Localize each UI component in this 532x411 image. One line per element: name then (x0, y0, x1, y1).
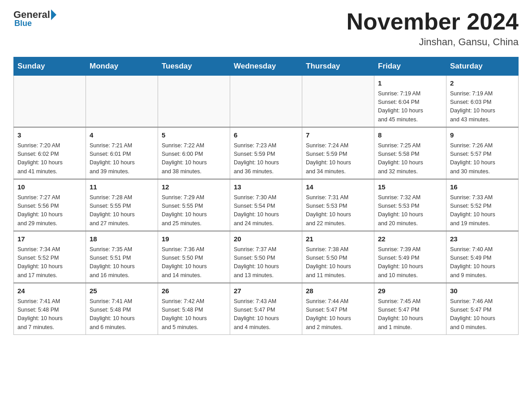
day-cell: 29Sunrise: 7:45 AM Sunset: 5:47 PM Dayli… (374, 283, 446, 335)
day-number: 29 (378, 286, 442, 296)
day-cell: 4Sunrise: 7:21 AM Sunset: 6:01 PM Daylig… (86, 127, 158, 179)
day-number: 16 (450, 182, 515, 193)
day-info: Sunrise: 7:29 AM Sunset: 5:55 PM Dayligh… (162, 193, 226, 228)
day-cell: 9Sunrise: 7:26 AM Sunset: 5:57 PM Daylig… (446, 127, 519, 179)
day-number: 28 (306, 286, 370, 296)
day-cell: 1Sunrise: 7:19 AM Sunset: 6:04 PM Daylig… (374, 76, 446, 128)
week-row-1: 1Sunrise: 7:19 AM Sunset: 6:04 PM Daylig… (14, 76, 519, 128)
day-info: Sunrise: 7:20 AM Sunset: 6:02 PM Dayligh… (17, 141, 82, 176)
day-info: Sunrise: 7:34 AM Sunset: 5:52 PM Dayligh… (17, 245, 82, 280)
day-info: Sunrise: 7:23 AM Sunset: 5:59 PM Dayligh… (234, 141, 298, 176)
day-number: 14 (306, 182, 370, 193)
logo-arrow-icon (51, 9, 56, 20)
day-cell (86, 76, 158, 128)
title-area: November 2024 Jinshan, Gansu, China (347, 9, 519, 48)
day-cell: 3Sunrise: 7:20 AM Sunset: 6:02 PM Daylig… (14, 127, 86, 179)
weekday-header-thursday: Thursday (302, 57, 374, 76)
day-cell: 30Sunrise: 7:46 AM Sunset: 5:47 PM Dayli… (446, 283, 519, 335)
day-cell: 12Sunrise: 7:29 AM Sunset: 5:55 PM Dayli… (158, 179, 230, 231)
day-info: Sunrise: 7:35 AM Sunset: 5:51 PM Dayligh… (90, 245, 154, 280)
day-number: 11 (90, 182, 154, 193)
day-info: Sunrise: 7:27 AM Sunset: 5:56 PM Dayligh… (17, 193, 82, 228)
day-number: 23 (450, 234, 515, 244)
day-number: 18 (90, 234, 154, 244)
day-number: 6 (234, 130, 298, 141)
day-cell (302, 76, 374, 128)
day-info: Sunrise: 7:31 AM Sunset: 5:53 PM Dayligh… (306, 193, 370, 228)
day-number: 25 (90, 286, 154, 296)
day-info: Sunrise: 7:40 AM Sunset: 5:49 PM Dayligh… (450, 245, 515, 280)
day-number: 1 (378, 78, 442, 89)
logo: General Blue (13, 9, 57, 28)
day-number: 4 (90, 130, 154, 141)
weekday-header-row: SundayMondayTuesdayWednesdayThursdayFrid… (14, 57, 519, 76)
day-cell: 19Sunrise: 7:36 AM Sunset: 5:50 PM Dayli… (158, 231, 230, 283)
weekday-header-tuesday: Tuesday (158, 57, 230, 76)
day-number: 20 (234, 234, 298, 244)
day-info: Sunrise: 7:21 AM Sunset: 6:01 PM Dayligh… (90, 141, 154, 176)
day-number: 5 (162, 130, 226, 141)
day-cell: 20Sunrise: 7:37 AM Sunset: 5:50 PM Dayli… (230, 231, 302, 283)
day-cell: 15Sunrise: 7:32 AM Sunset: 5:53 PM Dayli… (374, 179, 446, 231)
day-cell: 14Sunrise: 7:31 AM Sunset: 5:53 PM Dayli… (302, 179, 374, 231)
day-number: 7 (306, 130, 370, 141)
day-cell (14, 76, 86, 128)
day-info: Sunrise: 7:38 AM Sunset: 5:50 PM Dayligh… (306, 245, 370, 280)
month-title: November 2024 (347, 9, 519, 34)
day-info: Sunrise: 7:44 AM Sunset: 5:47 PM Dayligh… (306, 297, 370, 332)
day-cell: 11Sunrise: 7:28 AM Sunset: 5:55 PM Dayli… (86, 179, 158, 231)
location-title: Jinshan, Gansu, China (347, 36, 519, 48)
weekday-header-wednesday: Wednesday (230, 57, 302, 76)
day-info: Sunrise: 7:30 AM Sunset: 5:54 PM Dayligh… (234, 193, 298, 228)
day-number: 9 (450, 130, 515, 141)
day-cell: 18Sunrise: 7:35 AM Sunset: 5:51 PM Dayli… (86, 231, 158, 283)
day-info: Sunrise: 7:42 AM Sunset: 5:48 PM Dayligh… (162, 297, 226, 332)
day-cell: 10Sunrise: 7:27 AM Sunset: 5:56 PM Dayli… (14, 179, 86, 231)
day-info: Sunrise: 7:41 AM Sunset: 5:48 PM Dayligh… (17, 297, 82, 332)
day-info: Sunrise: 7:39 AM Sunset: 5:49 PM Dayligh… (378, 245, 442, 280)
day-info: Sunrise: 7:43 AM Sunset: 5:47 PM Dayligh… (234, 297, 298, 332)
week-row-2: 3Sunrise: 7:20 AM Sunset: 6:02 PM Daylig… (14, 127, 519, 179)
day-cell: 24Sunrise: 7:41 AM Sunset: 5:48 PM Dayli… (14, 283, 86, 335)
day-number: 22 (378, 234, 442, 244)
logo-blue-text: Blue (14, 19, 32, 28)
day-number: 12 (162, 182, 226, 193)
day-cell: 5Sunrise: 7:22 AM Sunset: 6:00 PM Daylig… (158, 127, 230, 179)
weekday-header-monday: Monday (86, 57, 158, 76)
day-info: Sunrise: 7:36 AM Sunset: 5:50 PM Dayligh… (162, 245, 226, 280)
day-info: Sunrise: 7:32 AM Sunset: 5:53 PM Dayligh… (378, 193, 442, 228)
week-row-3: 10Sunrise: 7:27 AM Sunset: 5:56 PM Dayli… (14, 179, 519, 231)
day-cell: 6Sunrise: 7:23 AM Sunset: 5:59 PM Daylig… (230, 127, 302, 179)
day-number: 17 (17, 234, 82, 244)
day-info: Sunrise: 7:25 AM Sunset: 5:58 PM Dayligh… (378, 141, 442, 176)
page-header: General Blue November 2024 Jinshan, Gans… (13, 9, 519, 48)
day-cell: 21Sunrise: 7:38 AM Sunset: 5:50 PM Dayli… (302, 231, 374, 283)
day-number: 30 (450, 286, 515, 296)
day-cell: 8Sunrise: 7:25 AM Sunset: 5:58 PM Daylig… (374, 127, 446, 179)
day-info: Sunrise: 7:24 AM Sunset: 5:59 PM Dayligh… (306, 141, 370, 176)
day-cell: 28Sunrise: 7:44 AM Sunset: 5:47 PM Dayli… (302, 283, 374, 335)
day-number: 15 (378, 182, 442, 193)
day-info: Sunrise: 7:19 AM Sunset: 6:04 PM Dayligh… (378, 90, 442, 124)
day-info: Sunrise: 7:28 AM Sunset: 5:55 PM Dayligh… (90, 193, 154, 228)
day-cell (158, 76, 230, 128)
day-cell: 7Sunrise: 7:24 AM Sunset: 5:59 PM Daylig… (302, 127, 374, 179)
day-cell: 2Sunrise: 7:19 AM Sunset: 6:03 PM Daylig… (446, 76, 519, 128)
day-cell: 17Sunrise: 7:34 AM Sunset: 5:52 PM Dayli… (14, 231, 86, 283)
day-info: Sunrise: 7:45 AM Sunset: 5:47 PM Dayligh… (378, 297, 442, 332)
day-info: Sunrise: 7:46 AM Sunset: 5:47 PM Dayligh… (450, 297, 515, 332)
day-number: 24 (17, 286, 82, 296)
day-info: Sunrise: 7:26 AM Sunset: 5:57 PM Dayligh… (450, 141, 515, 176)
week-row-5: 24Sunrise: 7:41 AM Sunset: 5:48 PM Dayli… (14, 283, 519, 335)
day-cell: 25Sunrise: 7:41 AM Sunset: 5:48 PM Dayli… (86, 283, 158, 335)
day-cell: 16Sunrise: 7:33 AM Sunset: 5:52 PM Dayli… (446, 179, 519, 231)
day-number: 26 (162, 286, 226, 296)
day-cell: 22Sunrise: 7:39 AM Sunset: 5:49 PM Dayli… (374, 231, 446, 283)
day-number: 2 (450, 78, 515, 89)
day-cell (230, 76, 302, 128)
day-number: 8 (378, 130, 442, 141)
day-info: Sunrise: 7:19 AM Sunset: 6:03 PM Dayligh… (450, 90, 515, 124)
weekday-header-friday: Friday (374, 57, 446, 76)
day-number: 13 (234, 182, 298, 193)
day-number: 27 (234, 286, 298, 296)
